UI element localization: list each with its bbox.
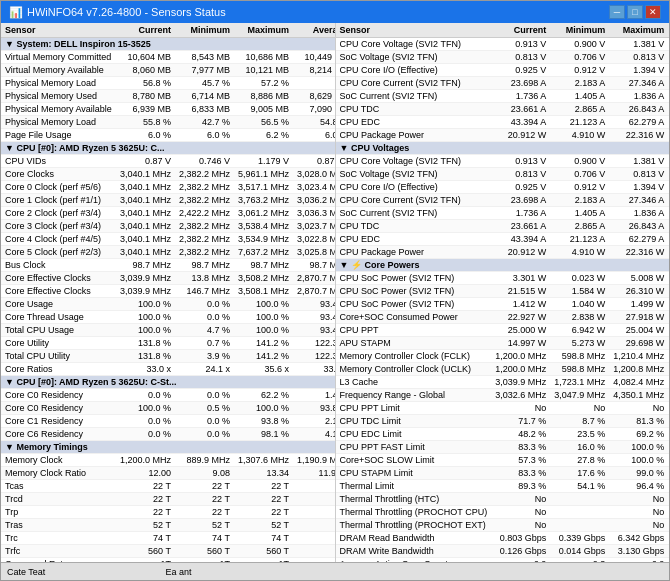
col-current: Current bbox=[116, 23, 175, 38]
maximize-button[interactable]: □ bbox=[627, 5, 643, 19]
col-maximum-r: Maximum bbox=[609, 23, 668, 38]
table-row: Core+SOC SLOW Limit57.3 %27.8 %100.0 %55… bbox=[336, 454, 670, 467]
table-row: Tcas22 T22 T22 T bbox=[1, 480, 336, 493]
close-button[interactable]: ✕ bbox=[645, 5, 661, 19]
table-row: Core Utility131.8 %0.7 %141.2 %122.3 % bbox=[1, 337, 336, 350]
col-average-r: Average bbox=[668, 23, 669, 38]
table-row: Physical Memory Load56.8 %45.7 %57.2 % bbox=[1, 77, 336, 90]
table-row: Core 2 Clock (perf #3/4)3,040.1 MHz2,422… bbox=[1, 207, 336, 220]
table-row: CPU TDC23.661 A2.865 A26.843 A22.277 A bbox=[336, 220, 670, 233]
section-header-right-core-powers[interactable]: ▼ ⚡ Core Powers bbox=[336, 259, 670, 272]
table-row: CPU PPT LimitNoNoNo bbox=[336, 402, 670, 415]
table-row: Memory Clock Ratio12.009.0813.3411.91 x bbox=[1, 467, 336, 480]
section-header-right-cpu-power[interactable]: ▼ CPU Voltages bbox=[336, 142, 670, 155]
status-text: Cate Teat bbox=[7, 567, 45, 577]
status-text2: Ea ant bbox=[165, 567, 191, 577]
table-row: CPU VIDs0.87 V0.746 V1.179 V0.877 V bbox=[1, 155, 336, 168]
table-row: Virtual Memory Available8,060 MB7,977 MB… bbox=[1, 64, 336, 77]
table-row: Memory Controller Clock (UCLK)1,200.0 MH… bbox=[336, 363, 670, 376]
titlebar-left: 📊 HWiNFO64 v7.26-4800 - Sensors Status bbox=[9, 6, 226, 19]
window-title: HWiNFO64 v7.26-4800 - Sensors Status bbox=[27, 6, 226, 18]
table-row: Thermal Throttling (HTC)NoNo bbox=[336, 493, 670, 506]
table-row: Virtual Memory Committed10,604 MB8,543 M… bbox=[1, 51, 336, 64]
table-row: CPU SoC Power (SVI2 TFN)3.301 W0.023 W5.… bbox=[336, 272, 670, 285]
table-row: CPU TDC Limit71.7 %8.7 %81.3 %67.5 % bbox=[336, 415, 670, 428]
table-row: CPU PPT FAST Limit83.3 %16.0 %100.0 %82.… bbox=[336, 441, 670, 454]
col-minimum-r: Minimum bbox=[550, 23, 609, 38]
table-row: Page File Usage6.0 %6.0 %6.2 %6.0 % bbox=[1, 129, 336, 142]
left-panel[interactable]: Sensor Current Minimum Maximum Average ▼… bbox=[1, 23, 336, 562]
col-maximum: Maximum bbox=[234, 23, 293, 38]
table-row: Total CPU Utility131.8 %3.9 %141.2 %122.… bbox=[1, 350, 336, 363]
right-sensor-table: Sensor Current Minimum Maximum Average C… bbox=[336, 23, 670, 562]
main-content: Sensor Current Minimum Maximum Average ▼… bbox=[1, 23, 669, 562]
table-row: CPU Package Power20.912 W4.910 W22.316 W… bbox=[336, 129, 670, 142]
table-row: Thermal Throttling (PROCHOT CPU)NoNo bbox=[336, 506, 670, 519]
table-row: CPU PPT25.000 W6.942 W25.004 W23.842 W bbox=[336, 324, 670, 337]
table-row: Core+SOC Consumed Power22.927 W2.838 W27… bbox=[336, 311, 670, 324]
table-row: Core Thread Usage100.0 %0.0 %100.0 %93.4… bbox=[1, 311, 336, 324]
table-row: Memory Clock1,200.0 MHz889.9 MHz1,307.6 … bbox=[1, 454, 336, 467]
table-row: CPU SoC Power (SVI2 TFN)21.515 W1.584 W2… bbox=[336, 285, 670, 298]
table-row: Trc74 T74 T74 T bbox=[1, 532, 336, 545]
table-row: Core 5 Clock (perf #2/3)3,040.1 MHz2,382… bbox=[1, 246, 336, 259]
table-row: CPU EDC43.394 A21.123 A62.279 A43.407 A bbox=[336, 233, 670, 246]
table-row: DRAM Write Bandwidth0.126 Gbps0.014 Gbps… bbox=[336, 545, 670, 558]
table-row: SoC Voltage (SVI2 TFN)0.813 V0.706 V0.81… bbox=[336, 51, 670, 64]
table-row: Core Ratios33.0 x24.1 x35.6 x33.0 x bbox=[1, 363, 336, 376]
col-sensor: Sensor bbox=[1, 23, 116, 38]
table-row: Core C0 Residency100.0 %0.5 %100.0 %93.8… bbox=[1, 402, 336, 415]
table-row: CPU TDC23.661 A2.865 A26.843 A22.277 A bbox=[336, 103, 670, 116]
table-row: Core Clocks3,040.1 MHz2,382.2 MHz5,961.1… bbox=[1, 168, 336, 181]
status-bar: Cate Teat Ea ant bbox=[1, 562, 669, 580]
table-row: DRAM Read Bandwidth0.803 Gbps0.339 Gbps6… bbox=[336, 532, 670, 545]
table-row: CPU Core Voltage (SVI2 TFN)0.913 V0.900 … bbox=[336, 155, 670, 168]
table-row: CPU Package Power20.912 W4.910 W22.316 W… bbox=[336, 246, 670, 259]
section-header-system[interactable]: ▼ System: DELL Inspiron 15-3525 bbox=[1, 38, 336, 51]
right-panel[interactable]: Sensor Current Minimum Maximum Average C… bbox=[336, 23, 670, 562]
table-row: APU STAPM14.997 W5.273 W29.698 W23.939 W bbox=[336, 337, 670, 350]
table-row: Frequency Range - Global3,032.6 MHz3,047… bbox=[336, 389, 670, 402]
table-row: CPU STAPM Limit83.3 %17.6 %99.0 %79.8 % bbox=[336, 467, 670, 480]
table-row: CPU EDC Limit48.2 %23.5 %69.2 %48.2 % bbox=[336, 428, 670, 441]
table-row: Core Effective Clocks3,039.9 MHz13.8 MHz… bbox=[1, 272, 336, 285]
table-row: CPU EDC43.394 A21.123 A62.279 A43.407 A bbox=[336, 116, 670, 129]
table-row: Physical Memory Used8,780 MB6,714 MB8,88… bbox=[1, 90, 336, 103]
table-row: Thermal Throttling (PROCHOT EXT)NoNo bbox=[336, 519, 670, 532]
table-row: Core C0 Residency0.0 %0.0 %62.2 %1.4 % bbox=[1, 389, 336, 402]
section-header-cpu2[interactable]: ▼ CPU [#0]: AMD Ryzen 5 3625U: C-St... bbox=[1, 376, 336, 389]
col-minimum: Minimum bbox=[175, 23, 234, 38]
section-header-cpu[interactable]: ▼ CPU [#0]: AMD Ryzen 5 3625U: C... bbox=[1, 142, 336, 155]
table-row: CPU Core I/O (Effective)0.925 V0.912 V1.… bbox=[336, 64, 670, 77]
main-window: 📊 HWiNFO64 v7.26-4800 - Sensors Status ─… bbox=[0, 0, 670, 581]
table-row: CPU Core Voltage (SVI2 TFN)0.913 V0.900 … bbox=[336, 38, 670, 51]
table-row: Core 1 Clock (perf #1/1)3,040.1 MHz2,382… bbox=[1, 194, 336, 207]
table-row: Core 3 Clock (perf #3/4)3,040.1 MHz2,382… bbox=[1, 220, 336, 233]
col-current-r: Current bbox=[491, 23, 550, 38]
table-row: Core Effective Clocks3,039.9 MHz146.7 MH… bbox=[1, 285, 336, 298]
table-row: CPU Core Current (SVI2 TFN)23.698 A2.183… bbox=[336, 194, 670, 207]
table-row: CPU Core I/O (Effective)0.925 V0.912 V1.… bbox=[336, 181, 670, 194]
table-row: Core C1 Residency0.0 %0.0 %93.8 %2.1 % bbox=[1, 415, 336, 428]
table-row: SoC Current (SVI2 TFN)1.736 A1.405 A1.83… bbox=[336, 90, 670, 103]
minimize-button[interactable]: ─ bbox=[609, 5, 625, 19]
table-row: SoC Voltage (SVI2 TFN)0.813 V0.706 V0.81… bbox=[336, 168, 670, 181]
table-row: Total CPU Usage100.0 %4.7 %100.0 %93.4 % bbox=[1, 324, 336, 337]
titlebar: 📊 HWiNFO64 v7.26-4800 - Sensors Status ─… bbox=[1, 1, 669, 23]
table-row: Trp22 T22 T22 T bbox=[1, 506, 336, 519]
table-row: Physical Memory Available6,939 MB6,833 M… bbox=[1, 103, 336, 116]
app-icon: 📊 bbox=[9, 6, 23, 19]
table-row: Trfc560 T560 T560 T bbox=[1, 545, 336, 558]
table-row: Memory Controller Clock (FCLK)1,200.0 MH… bbox=[336, 350, 670, 363]
col-average: Average bbox=[293, 23, 336, 38]
table-row: Physical Memory Load55.8 %42.7 %56.5 %54… bbox=[1, 116, 336, 129]
table-row: Tras52 T52 T52 T bbox=[1, 519, 336, 532]
table-row: SoC Current (SVI2 TFN)1.736 A1.405 A1.83… bbox=[336, 207, 670, 220]
left-sensor-table: Sensor Current Minimum Maximum Average ▼… bbox=[1, 23, 336, 562]
left-table-header: Sensor Current Minimum Maximum Average bbox=[1, 23, 336, 38]
table-row: Trcd22 T22 T22 T bbox=[1, 493, 336, 506]
table-row: Core C6 Residency0.0 %0.0 %98.1 %4.1 % bbox=[1, 428, 336, 441]
table-row: Bus Clock98.7 MHz98.7 MHz98.7 MHz98.7 MH… bbox=[1, 259, 336, 272]
table-row: L3 Cache3,039.9 MHz1,723.1 MHz4,082.4 MH… bbox=[336, 376, 670, 389]
section-header-memory-timings[interactable]: ▼ Memory Timings bbox=[1, 441, 336, 454]
